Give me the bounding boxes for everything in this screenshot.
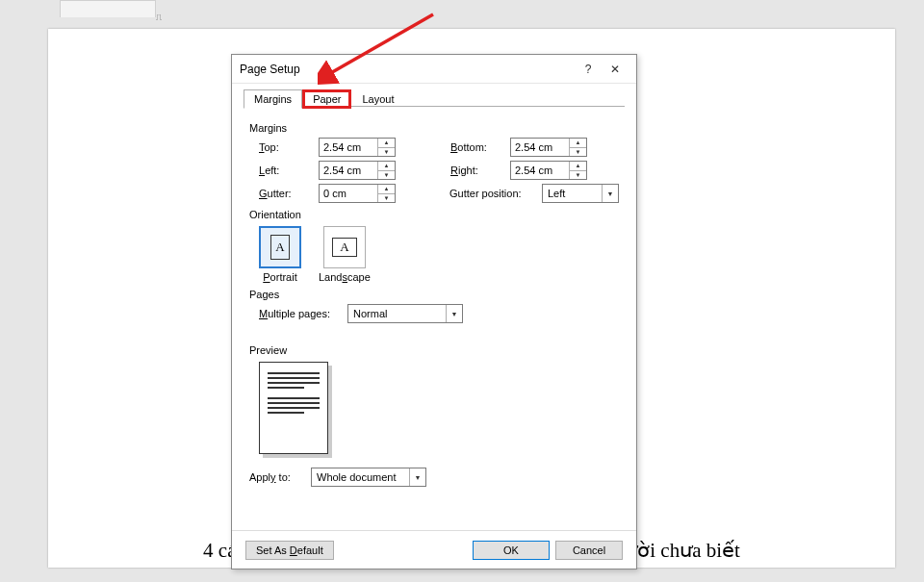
chevron-down-icon[interactable]: ▼ [409,468,425,486]
landscape-page-glyph: A [332,238,357,257]
landscape-icon: A [323,226,366,268]
tab-margins[interactable]: Margins [244,89,302,109]
gutter-pos-value: Left [543,188,602,199]
spin-up-icon[interactable]: ▲ [378,185,395,194]
margins-section-label: Margins [249,122,619,134]
ruler-mark: ⎍ [156,12,162,22]
portrait-icon: A [259,226,301,268]
right-spinner[interactable]: ▲▼ [510,161,587,180]
ok-button[interactable]: OK [473,541,550,560]
top-spinner[interactable]: ▲▼ [319,138,396,157]
right-input[interactable] [511,162,569,179]
spin-down-icon[interactable]: ▼ [378,148,395,157]
left-label: Left: [259,164,313,176]
annotation-arrow [318,10,443,87]
cancel-button[interactable]: Cancel [555,541,623,560]
close-button[interactable]: ✕ [602,59,629,80]
left-spinner[interactable]: ▲▼ [319,161,396,180]
spin-down-icon[interactable]: ▼ [570,171,586,180]
top-input[interactable] [320,139,377,156]
spin-up-icon[interactable]: ▲ [378,139,395,148]
ruler-fragment [60,0,156,17]
apply-to-select[interactable]: Whole document ▼ [311,468,426,487]
orientation-section-label: Orientation [249,209,619,220]
top-label: Top: [259,141,313,153]
svg-line-0 [327,14,433,75]
preview-section-label: Preview [249,344,619,356]
gutter-label: Gutter: [259,188,313,199]
bottom-spinner[interactable]: ▲▼ [510,138,587,157]
orientation-portrait[interactable]: A Portrait [259,226,301,283]
orientation-landscape[interactable]: A Landscape [319,226,371,283]
spin-down-icon[interactable]: ▼ [570,148,586,157]
spin-down-icon[interactable]: ▼ [378,171,395,180]
page-setup-dialog: Page Setup ? ✕ Margins Paper Layout Marg… [231,54,637,569]
help-button[interactable]: ? [575,59,602,80]
set-default-button[interactable]: Set As Default [245,541,334,560]
gutter-pos-label: Gutter position: [449,188,536,199]
bottom-label: Bottom: [450,141,504,153]
portrait-label: Portrait [263,271,296,283]
portrait-page-glyph: A [270,235,290,260]
landscape-label: Landscape [319,271,371,283]
apply-to-label: Apply to: [249,471,303,483]
dialog-footer: Set As Default OK Cancel [232,530,636,569]
left-input[interactable] [320,162,377,179]
gutter-input[interactable] [320,185,377,202]
tab-paper[interactable]: Paper [302,89,351,109]
chevron-down-icon[interactable]: ▼ [602,185,618,202]
preview-page [259,362,328,454]
spin-up-icon[interactable]: ▲ [378,162,395,171]
preview-box [259,362,328,454]
spin-up-icon[interactable]: ▲ [570,162,586,171]
pages-section-label: Pages [249,289,619,300]
right-label: Right: [450,164,504,176]
gutter-spinner[interactable]: ▲▼ [319,184,396,203]
dialog-body: Margins Top: ▲▼ Bottom: ▲▼ Left: [232,109,636,496]
spin-down-icon[interactable]: ▼ [378,194,395,203]
bottom-input[interactable] [511,139,569,156]
chevron-down-icon[interactable]: ▼ [446,305,462,322]
gutter-pos-select[interactable]: Left ▼ [542,184,619,203]
spin-up-icon[interactable]: ▲ [570,139,586,148]
multiple-pages-select[interactable]: Normal ▼ [347,304,463,323]
multiple-pages-value: Normal [348,308,446,319]
apply-to-value: Whole document [312,471,409,483]
multiple-pages-label: Multiple pages: [259,308,342,319]
